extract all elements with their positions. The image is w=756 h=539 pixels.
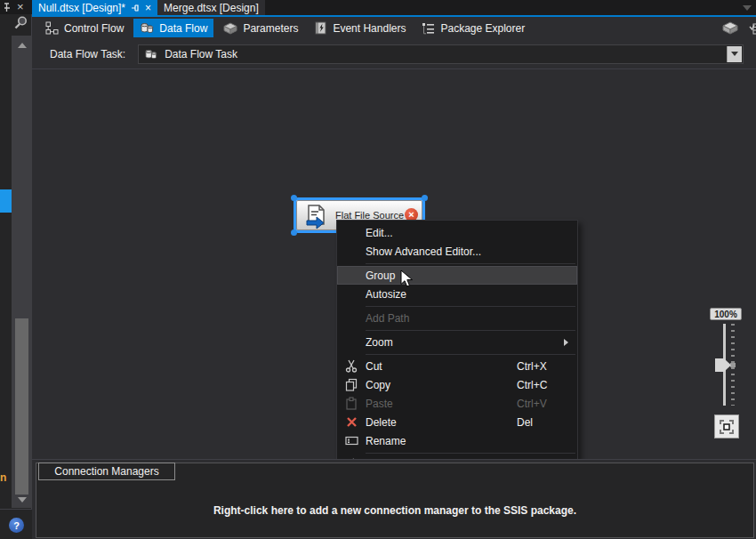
zoom-level-badge: 100% (710, 308, 742, 320)
toolbox-scrollbar[interactable] (12, 36, 32, 508)
selection-handle[interactable] (291, 195, 297, 201)
mouse-cursor (400, 270, 414, 289)
tab-label: Data Flow (159, 22, 207, 35)
menu-separator (366, 306, 575, 307)
data-flow-task-combobox[interactable]: Data Flow Task (138, 44, 744, 64)
submenu-arrow-icon (564, 339, 568, 346)
task-selector-label: Data Flow Task: (50, 48, 125, 60)
tab-merge-dtsx[interactable]: Merge.dtsx [Design] (157, 0, 265, 15)
tab-control-flow[interactable]: Control Flow (39, 19, 130, 37)
document-tab-bar: Null.dtsx [Design]* × Merge.dtsx [Design… (32, 0, 756, 15)
tab-data-flow[interactable]: Data Flow (133, 19, 213, 37)
search-icon[interactable] (13, 15, 28, 30)
close-icon[interactable]: × (17, 3, 24, 12)
tab-pin-icon[interactable] (131, 4, 140, 12)
flat-file-source-icon (303, 204, 330, 230)
tab-package-explorer[interactable]: Package Explorer (415, 19, 531, 37)
clipped-toolbox-text: n (0, 471, 7, 486)
variables-grid-icon[interactable] (747, 20, 756, 37)
data-flow-design-surface[interactable]: Flat File Source × Edit... Show Advanced… (32, 69, 756, 459)
menu-item-rename[interactable]: Rename (337, 431, 577, 450)
fit-to-window-icon (719, 419, 735, 435)
menu-item-edit[interactable]: Edit... (337, 223, 577, 242)
selection-handle[interactable] (422, 195, 428, 201)
scrollbar-thumb[interactable] (15, 318, 28, 495)
menu-item-properties[interactable]: PropertiesAlt+Enter (337, 455, 577, 459)
scissors-icon (337, 359, 366, 373)
wrench-icon (337, 458, 366, 459)
menu-separator (366, 330, 575, 331)
task-selector-row: Data Flow Task: Data Flow Task (32, 39, 756, 69)
visual-studio-ssis-window: × n ? Null.dtsx [Design]* × (0, 0, 756, 539)
control-flow-icon (45, 21, 59, 35)
document-area: Null.dtsx [Design]* × Merge.dtsx [Design… (32, 0, 756, 539)
connection-managers-area[interactable]: Connection Managers Right-click here to … (36, 463, 754, 538)
tab-label: Event Handlers (333, 22, 406, 35)
connection-managers-tab[interactable]: Connection Managers (38, 463, 175, 480)
package-icon[interactable] (721, 20, 739, 37)
menu-item-show-advanced-editor[interactable]: Show Advanced Editor... (337, 242, 577, 261)
fit-to-window-button[interactable] (714, 414, 739, 438)
scroll-down-icon[interactable] (18, 497, 27, 503)
event-handlers-icon (314, 21, 327, 35)
document-list-dropdown-icon[interactable] (743, 5, 752, 11)
menu-item-cut[interactable]: CutCtrl+X (337, 357, 577, 375)
menu-separator (366, 354, 575, 355)
menu-item-zoom[interactable]: Zoom (337, 333, 577, 351)
data-flow-icon (140, 21, 154, 35)
combobox-dropdown-icon[interactable] (727, 46, 742, 62)
menu-separator (366, 453, 575, 454)
tab-label: Package Explorer (440, 22, 525, 35)
help-icon[interactable]: ? (9, 518, 24, 533)
tab-event-handlers[interactable]: Event Handlers (308, 19, 412, 37)
toolbar-right-icons (721, 20, 756, 37)
connection-managers-section: Connection Managers Right-click here to … (32, 463, 756, 539)
menu-item-delete[interactable]: DeleteDel (337, 413, 577, 431)
rename-icon (337, 435, 366, 446)
parameters-icon (223, 22, 237, 35)
menu-item-autosize[interactable]: Autosize (337, 285, 577, 303)
combobox-value: Data Flow Task (165, 48, 237, 60)
menu-separator (366, 263, 575, 264)
tab-null-dtsx[interactable]: Null.dtsx [Design]* × (32, 0, 157, 15)
menu-item-paste: PasteCtrl+V (337, 394, 577, 413)
tab-label: Parameters (243, 22, 298, 35)
data-flow-task-icon (144, 48, 157, 60)
toolbox-selection-highlight (0, 189, 12, 213)
toolwindow-caption-buttons: × (0, 0, 32, 14)
context-menu: Edit... Show Advanced Editor... Group Au… (336, 220, 578, 459)
rail-bottom-panel: ? (0, 509, 32, 539)
copy-icon (337, 378, 366, 391)
paste-icon (337, 397, 366, 410)
tab-label: Null.dtsx [Design]* (38, 2, 125, 14)
tab-close-icon[interactable]: × (145, 2, 151, 14)
menu-item-copy[interactable]: CopyCtrl+C (337, 375, 577, 394)
collapsed-toolbox-rail: × n ? (0, 0, 32, 539)
menu-item-group[interactable]: Group (337, 266, 577, 285)
scroll-up-icon[interactable] (18, 43, 27, 48)
delete-x-icon (337, 416, 366, 428)
tab-parameters[interactable]: Parameters (217, 19, 304, 37)
pin-icon[interactable] (3, 3, 12, 12)
zoom-slider-thumb[interactable] (715, 358, 731, 372)
menu-item-add-path: Add Path (337, 309, 577, 327)
package-explorer-icon (422, 21, 435, 35)
tab-label: Merge.dtsx [Design] (164, 2, 259, 14)
tab-label: Connection Managers (54, 465, 158, 478)
connection-managers-hint: Right-click here to add a new connection… (36, 504, 753, 517)
selection-handle[interactable] (291, 229, 297, 236)
tab-label: Control Flow (64, 22, 124, 35)
designer-view-tab-strip: Control Flow Data Flow Parameters Event … (32, 17, 756, 39)
